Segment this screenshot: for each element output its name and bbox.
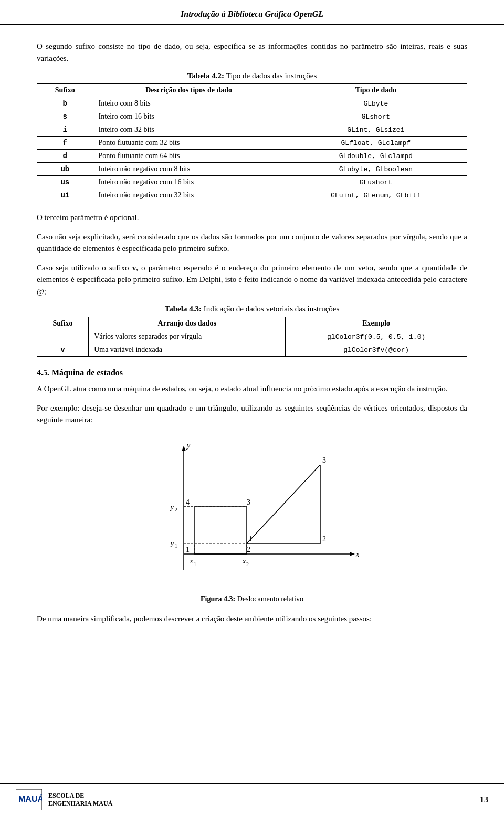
table1-suffix-cell: s <box>37 110 93 123</box>
table2: Sufixo Arranjo dos dados Exemplo Vários … <box>37 317 467 357</box>
footer-school-line1: ESCOLA DE <box>48 792 112 800</box>
table1-type-cell: GLbyte <box>285 97 467 110</box>
table1-suffix-cell: i <box>37 123 93 137</box>
svg-text:3: 3 <box>247 498 250 506</box>
header-title: Introdução à Biblioteca Gráfica OpenGL <box>181 9 323 18</box>
footer-school-line2: ENGENHARIA MAUÁ <box>48 800 112 808</box>
para-terceiro: O terceiro parâmetro é opcional. <box>37 212 467 224</box>
table1-desc-cell: Ponto flutuante com 32 bits <box>93 137 285 150</box>
svg-text:2: 2 <box>175 507 177 513</box>
table1-desc-cell: Inteiro com 8 bits <box>93 97 285 110</box>
table-row: usInteiro não negativo com 16 bitsGLusho… <box>37 176 467 189</box>
table-row: bInteiro com 8 bitsGLbyte <box>37 97 467 110</box>
section-title: Máquina de estados <box>49 368 123 377</box>
table1-desc-cell: Ponto flutuante com 64 bits <box>93 150 285 163</box>
footer-logo-icon: MAUÁ <box>16 789 42 810</box>
table-row: fPonto flutuante com 32 bitsGLfloat, GLc… <box>37 137 467 150</box>
page-footer: MAUÁ ESCOLA DE ENGENHARIA MAUÁ 13 <box>0 783 504 815</box>
svg-text:1: 1 <box>175 543 177 549</box>
table1-caption-bold: Tabela 4.2: <box>187 71 224 80</box>
table-row: ubInteiro não negativo com 8 bitsGLubyte… <box>37 163 467 176</box>
para-caso2-start: Caso seja utilizado o sufixo <box>37 264 132 272</box>
table1-desc-cell: Inteiro com 32 bits <box>93 123 285 137</box>
figure-diagram: y x <box>142 438 362 591</box>
para-final: De uma maneira simplificada, podemos des… <box>37 613 467 625</box>
table2-desc-cell: Vários valores separados por vírgula <box>89 330 286 343</box>
svg-text:x: x <box>190 557 193 565</box>
table1-type-cell: GLshort <box>285 110 467 123</box>
table1-suffix-cell: b <box>37 97 93 110</box>
svg-text:x: x <box>242 557 246 565</box>
svg-text:4: 4 <box>186 498 190 506</box>
table1-desc-cell: Inteiro com 16 bits <box>93 110 285 123</box>
table1: Sufixo Descrição dos tipos de dado Tipo … <box>37 83 467 202</box>
page-header: Introdução à Biblioteca Gráfica OpenGL <box>0 0 504 25</box>
para-caso1: Caso não seja explicitado, será consider… <box>37 231 467 255</box>
svg-line-12 <box>247 465 320 544</box>
table2-caption-rest: Indicação de dados vetoriais das instruç… <box>202 305 339 313</box>
table1-type-cell: GLuint, GLenum, GLbitf <box>285 189 467 202</box>
figure-container: y x <box>37 438 467 603</box>
para-opengl: A OpenGL atua como uma máquina de estado… <box>37 383 467 395</box>
table2-header-sufixo: Sufixo <box>37 317 89 330</box>
intro-paragraph: O segundo sufixo consiste no tipo de dad… <box>37 40 467 64</box>
svg-text:y: y <box>170 539 174 547</box>
table1-suffix-cell: us <box>37 176 93 189</box>
table1-caption: Tabela 4.2: Tipo de dados das instruções <box>37 71 467 80</box>
table-row: sInteiro com 16 bitsGLshort <box>37 110 467 123</box>
table1-type-cell: GLfloat, GLclampf <box>285 137 467 150</box>
table2-header-exemplo: Exemplo <box>286 317 467 330</box>
svg-text:1: 1 <box>249 535 253 543</box>
para-caso2: Caso seja utilizado o sufixo v, o parâme… <box>37 262 467 298</box>
footer-page-number: 13 <box>480 795 488 804</box>
content-area: O segundo sufixo consiste no tipo de dad… <box>0 25 504 674</box>
figure-caption-bold: Figura 4.3: <box>201 595 235 603</box>
table1-type-cell: GLdouble, GLclampd <box>285 150 467 163</box>
svg-text:1: 1 <box>194 561 196 567</box>
table2-suffix-cell <box>37 330 89 343</box>
footer-left: MAUÁ ESCOLA DE ENGENHARIA MAUÁ <box>16 789 112 810</box>
svg-text:2: 2 <box>322 535 326 543</box>
table2-desc-cell: Uma variável indexada <box>89 343 286 357</box>
table-row: vUma variável indexadaglColor3fv(@cor) <box>37 343 467 357</box>
svg-text:2: 2 <box>247 546 250 553</box>
table1-header-desc: Descrição dos tipos de dado <box>93 84 285 97</box>
footer-school-info: ESCOLA DE ENGENHARIA MAUÁ <box>48 792 112 808</box>
table2-header-arranjo: Arranjo dos dados <box>89 317 286 330</box>
table2-caption-bold: Tabela 4.3: <box>165 305 202 313</box>
page-container: Introdução à Biblioteca Gráfica OpenGL O… <box>0 0 504 815</box>
svg-text:x: x <box>355 550 360 558</box>
table-row: dPonto flutuante com 64 bitsGLdouble, GL… <box>37 150 467 163</box>
svg-text:3: 3 <box>322 456 326 464</box>
table1-type-cell: GLint, GLsizei <box>285 123 467 137</box>
table1-desc-cell: Inteiro não negativo com 32 bits <box>93 189 285 202</box>
table2-type-cell: glColor3fv(@cor) <box>286 343 467 357</box>
table1-suffix-cell: ub <box>37 163 93 176</box>
table1-suffix-cell: ui <box>37 189 93 202</box>
svg-text:1: 1 <box>186 546 190 553</box>
svg-text:MAUÁ: MAUÁ <box>18 794 42 803</box>
table1-caption-rest: Tipo de dados das instruções <box>224 71 317 80</box>
svg-text:2: 2 <box>246 561 249 567</box>
table1-desc-cell: Inteiro não negativo com 8 bits <box>93 163 285 176</box>
table2-caption: Tabela 4.3: Indicação de dados vetoriais… <box>37 305 467 314</box>
svg-text:y: y <box>186 442 191 450</box>
svg-text:y: y <box>170 503 174 511</box>
svg-rect-6 <box>194 507 247 554</box>
table-row: iInteiro com 32 bitsGLint, GLsizei <box>37 123 467 137</box>
table1-suffix-cell: f <box>37 137 93 150</box>
table1-desc-cell: Inteiro não negativo com 16 bits <box>93 176 285 189</box>
table2-type-cell: glColor3f(0.5, 0.5, 1.0) <box>286 330 467 343</box>
figure-caption-rest: Deslocamento relativo <box>235 595 303 603</box>
table1-header-tipo: Tipo de dado <box>285 84 467 97</box>
table-row: Vários valores separados por vírgulaglCo… <box>37 330 467 343</box>
svg-marker-1 <box>182 446 186 451</box>
table1-type-cell: GLushort <box>285 176 467 189</box>
table1-suffix-cell: d <box>37 150 93 163</box>
table1-header-sufixo: Sufixo <box>37 84 93 97</box>
section-num: 4.5. <box>37 368 49 377</box>
section-heading: 4.5. Máquina de estados <box>37 368 467 378</box>
para-exemplo: Por exemplo: deseja-se desenhar um quadr… <box>37 402 467 426</box>
figure-caption: Figura 4.3: Deslocamento relativo <box>37 595 467 603</box>
table-row: uiInteiro não negativo com 32 bitsGLuint… <box>37 189 467 202</box>
